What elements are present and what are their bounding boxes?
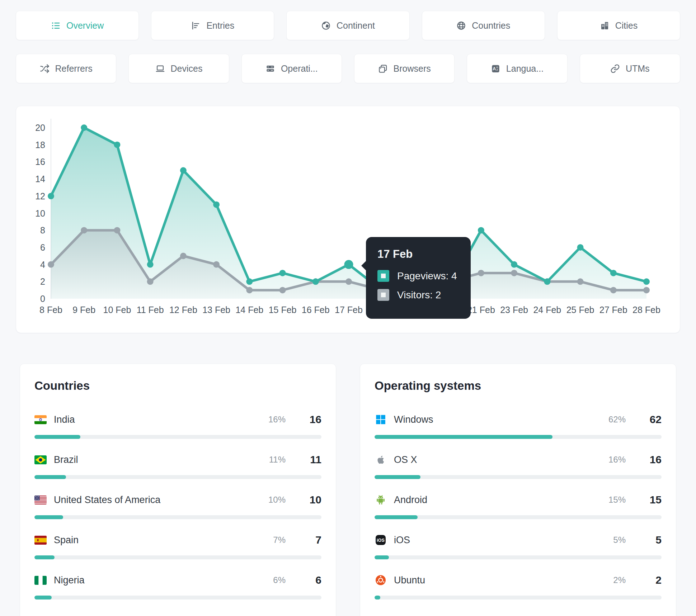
os-name: Android [394,494,601,506]
tab-devices[interactable]: Devices [128,54,229,83]
progress-fill [375,435,552,439]
svg-text:14: 14 [35,174,45,184]
list-item-ubuntu[interactable]: Ubuntu 2% 2 [375,574,662,600]
country-count: 7 [298,534,321,546]
country-count: 16 [298,413,321,426]
tab-label: Overview [66,20,104,31]
country-count: 6 [298,574,321,586]
tooltip-visitors-row: Visitors: 2 [377,289,459,301]
operating-systems-panel: Operating systems Windows 62% 62 [360,364,676,616]
svg-text:21 Feb: 21 Feb [467,305,495,315]
list-item-nigeria[interactable]: Nigeria 6% 6 [34,574,321,600]
countries-panel: Countries India 16% 16 Brazil [20,364,336,616]
svg-text:8: 8 [40,225,45,235]
country-percent: 6% [273,575,286,585]
os-count: 2 [638,574,662,586]
list-item-brazil[interactable]: Brazil 11% 11 [34,454,321,479]
tab-label: Cities [615,20,638,31]
progress-fill [375,475,420,479]
tab-referrers[interactable]: Referrers [16,54,116,83]
list-item-usa[interactable]: United States of America 10% 10 [34,494,321,519]
progress-track [375,596,662,600]
progress-track [375,475,662,479]
country-name: Brazil [54,454,262,465]
tab-utms[interactable]: UTMs [580,54,680,83]
apple-logo-icon [375,454,387,465]
tooltip-date: 17 Feb [377,248,459,261]
svg-text:10: 10 [35,208,45,218]
globe-icon [456,21,466,30]
progress-track [34,475,321,479]
os-percent: 16% [608,455,626,465]
os-count: 62 [638,413,662,426]
nigeria-flag [34,576,47,585]
tab-languages[interactable]: Az Langua... [467,54,567,83]
laptop-icon [155,64,165,74]
os-count: 15 [638,494,662,506]
os-percent: 2% [613,575,626,585]
os-name: Windows [394,414,601,425]
panel-title: Countries [34,379,321,393]
tooltip-pageviews-row: Pageviews: 4 [377,270,459,282]
visitors-marker-icon [377,289,389,301]
progress-fill [34,435,80,439]
tab-browsers[interactable]: Browsers [354,54,455,83]
svg-text:24 Feb: 24 Feb [533,305,561,315]
list-item-india[interactable]: India 16% 16 [34,413,321,439]
tooltip-visitors-text: Visitors: 2 [397,289,441,301]
translate-icon: Az [491,64,500,74]
os-count: 16 [638,454,662,466]
country-percent: 10% [268,495,286,505]
list-item-windows[interactable]: Windows 62% 62 [375,413,662,439]
country-name: Spain [54,535,266,546]
usa-flag [34,496,47,504]
tab-label: Continent [337,20,375,31]
line-chart-svg[interactable]: 024681012141618208 Feb9 Feb10 Feb11 Feb1… [16,106,678,321]
country-percent: 11% [269,455,286,465]
tab-cities[interactable]: Cities [557,11,680,40]
list-item-spain[interactable]: Spain 7% 7 [34,534,321,559]
svg-text:12: 12 [35,191,45,201]
tab-label: Countries [472,20,510,31]
buildings-icon [600,21,610,30]
svg-text:A: A [493,66,496,71]
svg-text:11 Feb: 11 Feb [137,305,164,315]
svg-text:16 Feb: 16 Feb [302,305,330,315]
list-item-ios[interactable]: iOS iOS 5% 5 [375,534,662,559]
ubuntu-logo-icon [375,574,387,586]
list-item-osx[interactable]: OS X 16% 16 [375,454,662,479]
analytics-dashboard: Overview Entries Continent Countries Cit… [0,0,696,616]
country-name: Nigeria [54,575,266,586]
svg-text:28 Feb: 28 Feb [632,305,660,315]
svg-text:6: 6 [40,242,45,252]
list-item-android[interactable]: Android 15% 15 [375,494,662,519]
chart-tooltip: 17 Feb Pageviews: 4 Visitors: 2 [366,237,471,319]
svg-text:z: z [496,67,498,71]
tab-operating-systems[interactable]: Operati... [241,54,342,83]
tab-countries[interactable]: Countries [422,11,545,40]
progress-track [34,596,321,600]
progress-fill [34,596,52,600]
os-percent: 62% [608,414,626,425]
browser-windows-icon [378,64,388,74]
progress-fill [34,555,55,559]
progress-track [34,555,321,559]
tab-entries[interactable]: Entries [151,11,274,40]
os-count: 5 [638,534,662,546]
panel-title: Operating systems [375,379,662,393]
pageviews-marker-icon [377,270,389,282]
progress-track [34,435,321,439]
tab-label: Langua... [506,63,544,74]
server-icon [265,64,275,74]
os-name: Ubuntu [394,575,606,586]
tab-overview[interactable]: Overview [16,11,139,40]
india-flag [34,415,47,424]
country-count: 10 [298,494,321,506]
svg-text:4: 4 [40,260,45,270]
svg-text:16: 16 [35,157,45,167]
tab-continent[interactable]: Continent [286,11,409,40]
country-name: India [54,414,261,425]
os-name: iOS [394,535,606,546]
svg-text:13 Feb: 13 Feb [202,305,230,315]
svg-text:23 Feb: 23 Feb [500,305,528,315]
